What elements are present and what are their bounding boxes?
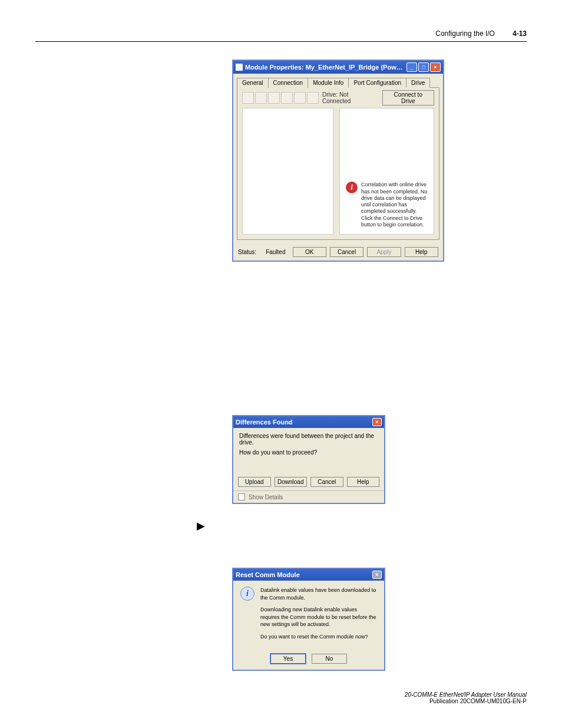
reset-text-2: Downloading new Datalink enable values r… [260,606,377,628]
toolbar-btn-3[interactable] [268,92,280,104]
diff-text-2: How do you want to proceed? [239,449,378,456]
close-button[interactable]: × [372,418,382,426]
drive-status-text: Drive: Not Connected [322,91,379,104]
tab-general[interactable]: General [237,78,269,88]
page-footer: 20-COMM-E EtherNet/IP Adapter User Manua… [405,691,527,704]
ok-button[interactable]: OK [293,247,326,257]
details-pane: i Correlation with online drive has not … [339,108,434,235]
reset-comm-dialog: Reset Comm Module × i Datalink enable va… [232,568,385,671]
cancel-button[interactable]: Cancel [330,247,363,257]
close-button[interactable]: × [372,571,382,579]
toolbar-btn-6[interactable] [307,92,319,104]
minimize-button[interactable]: _ [406,62,417,72]
tab-drive[interactable]: Drive [406,78,430,88]
download-button[interactable]: Download [275,477,308,487]
window-title: Reset Comm Module [236,571,372,578]
correlation-info-text: Correlation with online drive has not be… [361,182,428,228]
maximize-button[interactable]: □ [418,62,429,72]
diff-text-1: Differences were found between the proje… [239,433,378,446]
cancel-button[interactable]: Cancel [310,477,343,487]
yes-button[interactable]: Yes [270,654,306,664]
module-properties-dialog: Module Properties: My_EtherNet_IP_Bridge… [232,60,444,262]
toolbar-btn-2[interactable] [255,92,267,104]
toolbar-btn-4[interactable] [281,92,293,104]
titlebar[interactable]: Differences Found × [233,416,384,428]
status-value: Faulted [266,249,285,255]
help-button[interactable]: Help [405,247,438,257]
reset-text-1: Datalink enable values have been downloa… [260,587,377,601]
info-icon: i [240,587,254,601]
help-button[interactable]: Help [347,477,380,487]
window-title: Differences Found [236,419,372,426]
page-header-number: 4-13 [513,29,527,38]
drive-tab-panel: Drive: Not Connected Connect to Drive i … [237,87,439,240]
app-icon [236,64,243,71]
toolbar [242,92,319,104]
publication-id: Publication 20COMM-UM010G-EN-P [405,698,527,704]
tab-module-info[interactable]: Module Info [308,78,349,88]
window-title: Module Properties: My_EtherNet_IP_Bridge… [245,64,405,71]
tab-connection[interactable]: Connection [268,78,309,88]
apply-button: Apply [367,247,401,257]
upload-button[interactable]: Upload [238,477,271,487]
status-label: Status: [238,249,256,255]
tabs: General Connection Module Info Port Conf… [233,74,443,87]
tip-arrow-icon: ▶ [197,519,527,532]
show-details-label: Show Details [249,494,283,500]
no-button[interactable]: No [312,654,347,664]
reset-text-3: Do you want to reset the Comm module now… [260,633,377,641]
toolbar-btn-1[interactable] [242,92,254,104]
show-details-checkbox[interactable] [238,493,245,500]
tab-port-configuration[interactable]: Port Configuration [348,78,406,88]
close-button[interactable]: × [430,62,441,72]
titlebar[interactable]: Reset Comm Module × [233,569,384,581]
differences-dialog: Differences Found × Differences were fou… [232,415,385,504]
page-header-title: Configuring the I/O [435,29,495,38]
tree-pane[interactable] [242,108,333,235]
connect-to-drive-button[interactable]: Connect to Drive [382,90,434,106]
titlebar[interactable]: Module Properties: My_EtherNet_IP_Bridge… [233,61,443,74]
manual-title: 20-COMM-E EtherNet/IP Adapter User Manua… [405,691,527,698]
info-icon: i [346,182,358,193]
toolbar-btn-5[interactable] [294,92,306,104]
